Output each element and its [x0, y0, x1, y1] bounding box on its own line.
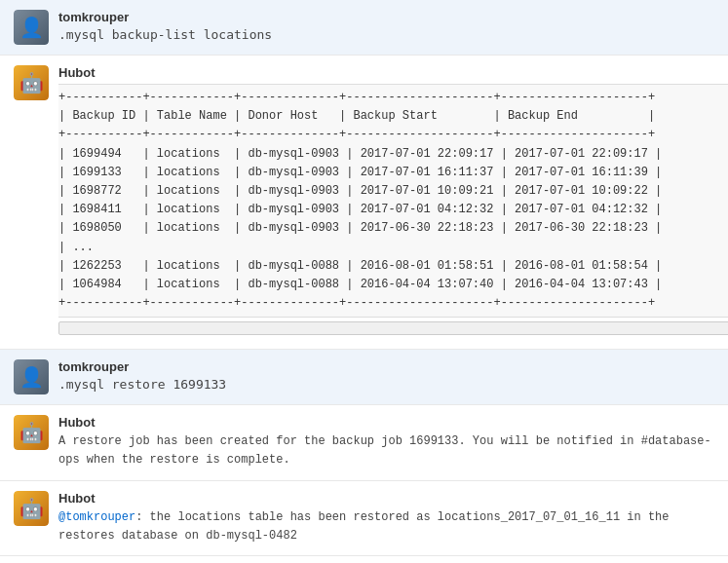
sender-name-5: Hubot: [58, 491, 714, 506]
message-2: Hubot +-----------+------------+--------…: [0, 56, 728, 350]
backup-table: +-----------+------------+--------------…: [58, 89, 728, 313]
avatar-tomkrouper-1: [14, 10, 49, 45]
message-3-content: tomkrouper .mysql restore 1699133: [58, 359, 714, 392]
avatar-hubot-2: [14, 415, 49, 450]
sender-name-1: tomkrouper: [58, 10, 714, 24]
command-1: .mysql backup-list locations: [58, 27, 714, 42]
table-scroll-container[interactable]: +-----------+------------+--------------…: [58, 84, 728, 318]
message-4-content: Hubot A restore job has been created for…: [58, 415, 714, 469]
sender-name-2: Hubot: [58, 65, 728, 80]
message-5-content: Hubot @tomkrouper: the locations table h…: [58, 491, 714, 545]
restore-complete-suffix: : the locations table has been restored …: [58, 510, 670, 543]
restore-notification: A restore job has been created for the b…: [58, 432, 714, 469]
backup-table-wrapper: +-----------+------------+--------------…: [58, 84, 728, 339]
message-1: tomkrouper .mysql backup-list locations: [0, 0, 728, 56]
message-4: Hubot A restore job has been created for…: [0, 405, 728, 480]
horizontal-scrollbar[interactable]: [58, 321, 728, 335]
avatar-hubot-1: [14, 65, 49, 100]
avatar-hubot-3: [14, 491, 49, 526]
avatar-tomkrouper-2: [14, 359, 49, 394]
message-2-content: Hubot +-----------+------------+--------…: [58, 65, 728, 339]
message-1-content: tomkrouper .mysql backup-list locations: [58, 10, 714, 42]
sender-name-3: tomkrouper: [58, 359, 714, 374]
restore-complete-text: @tomkrouper: the locations table has bee…: [58, 508, 714, 545]
command-3: .mysql restore 1699133: [58, 377, 714, 392]
message-5: Hubot @tomkrouper: the locations table h…: [0, 481, 728, 556]
mention-link[interactable]: @tomkrouper: [58, 510, 135, 524]
message-3: tomkrouper .mysql restore 1699133: [0, 350, 728, 405]
sender-name-4: Hubot: [58, 415, 714, 430]
